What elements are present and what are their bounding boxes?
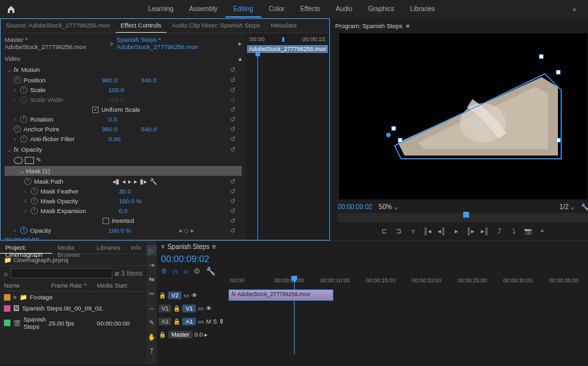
track-select-tool[interactable]: ⇥ xyxy=(146,259,157,270)
home-icon[interactable] xyxy=(5,3,17,15)
settings-icon[interactable]: ⚙ xyxy=(193,267,201,276)
source-v1[interactable]: V1 xyxy=(159,305,171,312)
reset-icon[interactable]: ↺ xyxy=(230,125,235,133)
ws-effects[interactable]: Effects xyxy=(292,1,327,18)
reset-icon[interactable]: ↺ xyxy=(230,86,235,93)
ws-audio[interactable]: Audio xyxy=(328,1,361,18)
anchor-x[interactable]: 960.0 xyxy=(102,125,141,133)
stopwatch-icon[interactable] xyxy=(31,197,38,205)
tab-project[interactable]: Project: Cinemagraph xyxy=(0,241,52,254)
maskexp-value[interactable]: 0.0 xyxy=(119,207,158,214)
ws-editing[interactable]: Editing xyxy=(225,1,261,18)
snap-icon[interactable]: ⁜ xyxy=(161,267,167,276)
ec-timecode[interactable]: 00:00:09:02 xyxy=(1,235,246,240)
ellipse-mask-button[interactable] xyxy=(14,157,23,164)
step-fwd-icon[interactable]: ║▸ xyxy=(466,226,475,235)
ws-learning[interactable]: Learning xyxy=(140,1,182,18)
lock-icon[interactable]: 🔒 xyxy=(159,292,166,299)
scale-value[interactable]: 100.0 xyxy=(108,86,148,93)
tab-metadata[interactable]: Metadata xyxy=(265,19,302,33)
maskopacity-value[interactable]: 100.0 % xyxy=(119,197,158,205)
track-v1[interactable]: V1 xyxy=(182,305,196,312)
program-timecode[interactable]: 00:00:09:02 xyxy=(338,203,372,210)
chevron-down-icon[interactable]: ⌵ xyxy=(7,146,14,153)
reset-icon[interactable]: ↺ xyxy=(230,188,235,195)
effect-opacity[interactable]: Opacity xyxy=(21,146,42,153)
ws-graphics[interactable]: Graphics xyxy=(360,1,402,18)
mask-play-icon[interactable]: ▸ xyxy=(128,178,131,185)
mask-track-back-icon[interactable]: ◂▮ xyxy=(112,178,120,185)
antiflicker-value[interactable]: 0.00 xyxy=(108,135,148,142)
mask-vertex-handle[interactable] xyxy=(398,138,402,142)
ripple-edit-tool[interactable]: ⇆ xyxy=(146,274,157,284)
stopwatch-icon[interactable] xyxy=(31,207,38,214)
tab-source[interactable]: Source: AdobeStock_277796256.mov xyxy=(1,19,116,33)
lock-icon[interactable]: 🔒 xyxy=(173,318,180,325)
opacity-value[interactable]: 100.0 % xyxy=(108,227,148,234)
timeline-timecode[interactable]: 00:00:09:02 xyxy=(157,252,588,265)
reset-icon[interactable]: ↺ xyxy=(230,66,235,73)
tab-libraries[interactable]: Libraries xyxy=(91,241,125,254)
tab-info[interactable]: Info xyxy=(125,241,146,254)
lift-icon[interactable]: ⤴ xyxy=(495,226,504,235)
mask-prev-frame-icon[interactable]: ◂ xyxy=(122,178,125,185)
stopwatch-icon[interactable] xyxy=(20,227,27,234)
wrench-icon[interactable]: 🔧 xyxy=(150,178,157,185)
lock-icon[interactable]: 🔒 xyxy=(159,331,166,338)
wrench-icon[interactable]: 🔧 xyxy=(206,267,216,276)
track-a1[interactable]: A1 xyxy=(182,318,196,325)
slip-tool[interactable]: ↔ xyxy=(146,303,157,313)
chevron-down-icon[interactable]: ⌵ xyxy=(7,66,14,73)
play-icon[interactable]: ▸ xyxy=(451,226,461,235)
uniform-scale-checkbox[interactable]: ✓ xyxy=(92,107,99,113)
zoom-dropdown[interactable]: 50% ⌵ xyxy=(379,203,398,210)
type-tool[interactable]: T xyxy=(146,346,157,356)
search-input[interactable] xyxy=(10,268,112,278)
mask-vertex-handle[interactable] xyxy=(391,126,396,131)
reset-icon[interactable]: ↺ xyxy=(230,106,235,113)
position-y[interactable]: 540.0 xyxy=(141,76,180,84)
effect-motion[interactable]: Motion xyxy=(21,66,40,73)
source-a1[interactable]: A1 xyxy=(159,318,171,325)
tab-media-browser[interactable]: Media Browser xyxy=(52,241,91,254)
mute-button[interactable]: M xyxy=(206,318,211,325)
timeline-title[interactable]: Spanish Steps xyxy=(167,243,210,250)
program-scrubber[interactable] xyxy=(338,213,588,222)
reset-icon[interactable]: ↺ xyxy=(230,146,235,153)
mask-vertex-handle[interactable] xyxy=(556,138,561,142)
razor-tool[interactable]: ✂ xyxy=(146,288,157,299)
chevron-down-icon[interactable]: ⌵ xyxy=(20,167,24,175)
bin-footage[interactable]: > 📁 Footage xyxy=(0,291,146,303)
mark-in-icon[interactable]: ⊏ xyxy=(380,226,389,235)
timeline-clip[interactable]: fx AdobeStock_277796256.mov xyxy=(229,290,333,301)
reset-icon[interactable]: ↺ xyxy=(230,207,235,214)
reset-icon[interactable]: ↺ xyxy=(230,217,235,224)
chevron-right-icon[interactable]: › xyxy=(14,86,20,93)
mask-track-fwd-icon[interactable]: ▮▸ xyxy=(140,178,147,185)
position-x[interactable]: 960.0 xyxy=(102,76,141,84)
rect-mask-button[interactable] xyxy=(25,157,34,164)
pen-mask-button[interactable]: ✎ xyxy=(36,156,44,164)
stopwatch-icon[interactable] xyxy=(14,76,21,84)
anchor-y[interactable]: 540.0 xyxy=(141,125,180,133)
mask-vertex-handle[interactable] xyxy=(539,54,544,59)
mic-icon[interactable]: 🎙 xyxy=(219,318,225,325)
lock-icon[interactable]: 🔒 xyxy=(173,305,180,312)
button-editor-icon[interactable]: + xyxy=(538,226,547,235)
mark-out-icon[interactable]: ⊐ xyxy=(394,226,403,235)
extract-icon[interactable]: ⤵ xyxy=(509,226,518,235)
ws-color[interactable]: Color xyxy=(261,1,293,18)
go-to-out-icon[interactable]: ▸║ xyxy=(480,226,489,235)
reset-icon[interactable]: ↺ xyxy=(230,135,235,142)
go-to-in-icon[interactable]: ║◂ xyxy=(423,226,432,235)
program-monitor[interactable] xyxy=(339,33,587,199)
marker-icon[interactable]: ▿ xyxy=(408,226,417,235)
col-name[interactable]: Name xyxy=(4,282,51,289)
stopwatch-icon[interactable] xyxy=(20,116,27,123)
stopwatch-icon[interactable] xyxy=(20,135,27,142)
filter-icon[interactable]: ⎚ xyxy=(115,270,119,277)
workspace-overflow[interactable]: » xyxy=(566,2,583,17)
marker-icon[interactable]: ⟐ xyxy=(184,267,188,276)
ws-assembly[interactable]: Assembly xyxy=(182,1,225,18)
resolution-dropdown[interactable]: 1/2 ⌵ xyxy=(559,203,574,210)
